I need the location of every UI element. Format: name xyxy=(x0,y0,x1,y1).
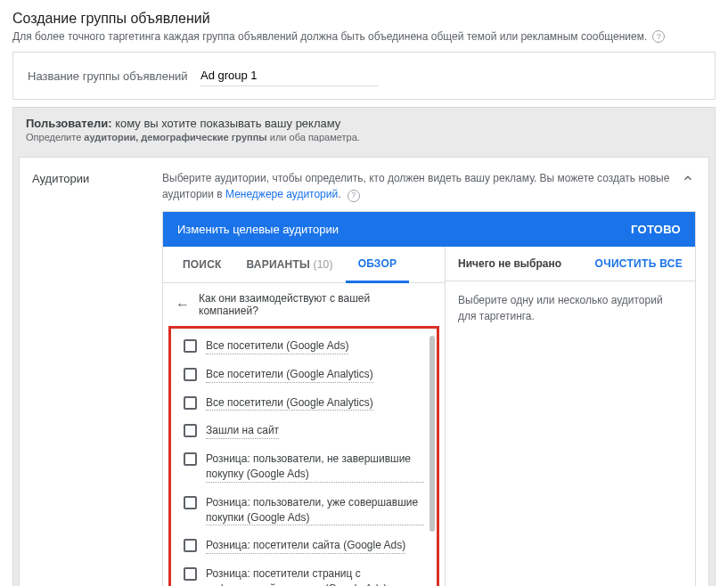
ad-group-name-label: Название группы объявлений xyxy=(28,69,188,83)
list-item[interactable]: Все посетители (Google Analytics) xyxy=(171,389,437,418)
chevron-up-icon[interactable] xyxy=(682,172,694,187)
list-item-label: Розница: пользователи, уже совершавшие п… xyxy=(206,495,424,526)
audience-tabs: ПОИСК ВАРИАНТЫ (10) ОБЗОР xyxy=(163,247,445,283)
list-item-label: Розница: посетители сайта (Google Ads) xyxy=(206,538,405,554)
help-icon[interactable]: ? xyxy=(348,190,360,202)
audience-editor: Изменить целевые аудитории ГОТОВО ПОИСК … xyxy=(162,211,696,586)
audiences-label: Аудитории xyxy=(20,158,162,586)
audience-breadcrumb: ← Как они взаимодействуют с вашей компан… xyxy=(163,283,445,326)
audience-editor-title: Изменить целевые аудитории xyxy=(177,223,339,236)
tab-overview[interactable]: ОБЗОР xyxy=(346,247,410,283)
checkbox[interactable] xyxy=(184,567,197,581)
checkbox[interactable] xyxy=(184,539,197,552)
list-item[interactable]: Зашли на сайт xyxy=(171,417,437,445)
list-item[interactable]: Все посетители (Google Analytics) xyxy=(171,361,437,389)
users-block: Пользователи: кому вы хотите показывать … xyxy=(12,107,716,586)
tab-search[interactable]: ПОИСК xyxy=(170,248,234,281)
list-item-label: Розница: посетители страниц с информацие… xyxy=(206,566,424,586)
checkbox[interactable] xyxy=(184,424,197,437)
list-item-label: Все посетители (Google Ads) xyxy=(206,338,348,354)
scrollbar[interactable] xyxy=(429,336,435,532)
selection-instruction: Выберите одну или несколько аудиторий дл… xyxy=(446,281,695,335)
users-block-title: Пользователи: кому вы хотите показывать … xyxy=(26,117,702,130)
list-item-label: Все посетители (Google Analytics) xyxy=(206,367,373,383)
back-arrow-icon[interactable]: ← xyxy=(176,297,190,313)
list-item-label: Все посетители (Google Analytics) xyxy=(206,395,373,411)
list-item-label: Зашли на сайт xyxy=(206,423,279,439)
list-item[interactable]: Розница: посетители сайта (Google Ads) xyxy=(171,532,437,560)
breadcrumb-label: Как они взаимодействуют с вашей компание… xyxy=(199,292,432,317)
help-icon[interactable]: ? xyxy=(652,30,665,43)
audiences-description: Выберите аудитории, чтобы определить, кт… xyxy=(162,170,696,202)
checkbox[interactable] xyxy=(184,452,197,466)
list-item[interactable]: Розница: пользователи, не завершившие по… xyxy=(171,445,437,489)
audiences-section: Аудитории Выберите аудитории, чтобы опре… xyxy=(19,157,709,586)
tab-variants[interactable]: ВАРИАНТЫ (10) xyxy=(234,248,346,281)
clear-all-button[interactable]: ОЧИСТИТЬ ВСЕ xyxy=(595,257,683,270)
checkbox[interactable] xyxy=(184,368,197,381)
checkbox[interactable] xyxy=(184,396,197,410)
users-block-subtitle: Определите аудитории, демографические гр… xyxy=(26,132,702,142)
page-title: Создание группы объявлений xyxy=(12,11,716,27)
audience-manager-link[interactable]: Менеджере аудиторий xyxy=(225,188,338,200)
ad-group-name-card: Название группы объявлений xyxy=(12,52,716,100)
list-item[interactable]: Розница: пользователи, уже совершавшие п… xyxy=(171,489,437,533)
list-item-label: Розница: пользователи, не завершившие по… xyxy=(206,452,424,483)
list-item[interactable]: Розница: посетители страниц с информацие… xyxy=(171,560,437,586)
ad-group-name-input[interactable] xyxy=(200,65,379,86)
list-item[interactable]: Все посетители (Google Ads) xyxy=(171,332,437,361)
highlighted-audience-list: Все посетители (Google Ads)Все посетител… xyxy=(168,326,439,586)
done-button[interactable]: ГОТОВО xyxy=(631,223,681,236)
page-subtitle: Для более точного таргетинга каждая груп… xyxy=(12,30,647,43)
selection-status: Ничего не выбрано xyxy=(458,257,561,270)
checkbox[interactable] xyxy=(184,339,197,353)
audience-editor-header: Изменить целевые аудитории ГОТОВО xyxy=(163,212,695,247)
checkbox[interactable] xyxy=(184,496,197,509)
